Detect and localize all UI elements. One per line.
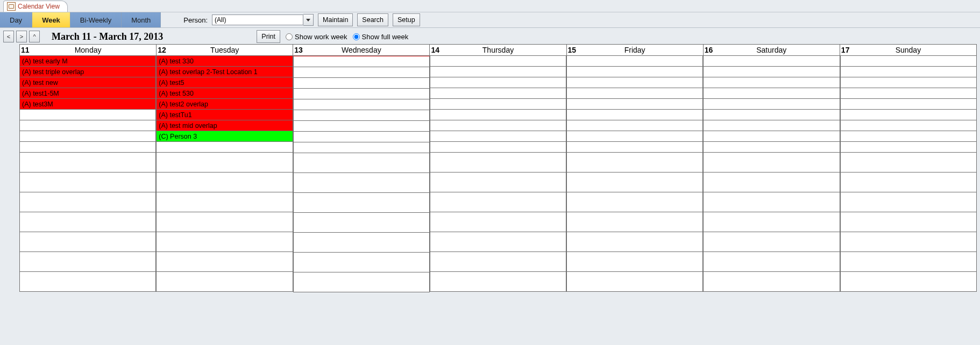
view-biweekly-button[interactable]: Bi-Weekly: [70, 12, 122, 27]
calendar-cell[interactable]: [840, 272, 977, 292]
calendar-cell[interactable]: [430, 77, 566, 88]
calendar-cell[interactable]: [156, 272, 293, 292]
calendar-cell[interactable]: [430, 120, 566, 131]
calendar-cell[interactable]: [566, 120, 703, 131]
event-item[interactable]: (A) test 330: [156, 56, 293, 67]
radio-full-week[interactable]: Show full week: [353, 33, 409, 41]
calendar-cell[interactable]: [430, 99, 566, 110]
calendar-cell[interactable]: [840, 232, 977, 252]
calendar-cell[interactable]: [566, 142, 703, 153]
calendar-cell[interactable]: [430, 142, 566, 153]
event-item[interactable]: (A) test 530: [156, 88, 293, 99]
calendar-cell[interactable]: [156, 172, 293, 192]
calendar-cell[interactable]: [566, 110, 703, 120]
calendar-cell[interactable]: [293, 89, 430, 99]
calendar-cell[interactable]: [566, 252, 703, 272]
day-header-thursday[interactable]: 14Thursday: [430, 45, 566, 55]
calendar-cell[interactable]: [566, 153, 703, 172]
calendar-cell[interactable]: [840, 67, 977, 77]
event-item[interactable]: (A) test mid overlap: [156, 120, 293, 131]
calendar-cell[interactable]: [840, 120, 977, 131]
calendar-cell[interactable]: [840, 88, 977, 99]
calendar-cell[interactable]: [19, 212, 156, 232]
event-item[interactable]: (A) test5: [156, 77, 293, 88]
calendar-cell[interactable]: [566, 232, 703, 252]
radio-work-week[interactable]: Show work week: [286, 33, 347, 41]
calendar-cell[interactable]: [703, 153, 840, 172]
radio-work-week-input[interactable]: [286, 33, 293, 40]
calendar-cell[interactable]: [703, 120, 840, 131]
event-item[interactable]: (A) test early M: [19, 56, 156, 67]
calendar-cell[interactable]: [703, 192, 840, 212]
person-select-dropdown-button[interactable]: [303, 14, 314, 26]
calendar-cell[interactable]: [156, 212, 293, 232]
up-button[interactable]: ^: [29, 31, 40, 42]
calendar-cell[interactable]: [293, 67, 430, 78]
calendar-cell[interactable]: [840, 153, 977, 172]
calendar-cell[interactable]: [703, 88, 840, 99]
calendar-cell[interactable]: [840, 56, 977, 67]
calendar-cell[interactable]: [840, 110, 977, 120]
calendar-cell[interactable]: [430, 56, 566, 67]
calendar-cell[interactable]: [840, 142, 977, 153]
calendar-cell[interactable]: [566, 272, 703, 292]
calendar-cell[interactable]: [293, 78, 430, 89]
prev-button[interactable]: <: [3, 31, 14, 42]
calendar-cell[interactable]: [566, 131, 703, 142]
calendar-cell[interactable]: [703, 99, 840, 110]
calendar-cell[interactable]: [19, 153, 156, 172]
event-item[interactable]: (A) test3M: [19, 99, 156, 110]
calendar-cell[interactable]: [293, 272, 430, 292]
event-item[interactable]: (A) testTu1: [156, 110, 293, 120]
calendar-cell[interactable]: [840, 192, 977, 212]
calendar-cell[interactable]: [703, 110, 840, 120]
calendar-cell[interactable]: [703, 272, 840, 292]
calendar-cell[interactable]: [840, 99, 977, 110]
maintain-button[interactable]: Maintain: [318, 13, 353, 26]
calendar-cell[interactable]: [566, 67, 703, 77]
day-header-saturday[interactable]: 16Saturday: [704, 45, 840, 55]
calendar-cell[interactable]: [293, 213, 430, 233]
calendar-cell[interactable]: [430, 272, 566, 292]
calendar-cell[interactable]: [293, 99, 430, 110]
event-item[interactable]: (A) test triple overlap: [19, 67, 156, 77]
next-button[interactable]: >: [16, 31, 27, 42]
calendar-cell[interactable]: [293, 233, 430, 253]
search-button[interactable]: Search: [357, 13, 388, 26]
calendar-cell[interactable]: [840, 172, 977, 192]
calendar-cell[interactable]: [430, 172, 566, 192]
calendar-cell[interactable]: [703, 131, 840, 142]
calendar-cell[interactable]: [156, 153, 293, 172]
calendar-cell[interactable]: [430, 110, 566, 120]
day-header-tuesday[interactable]: 12Tuesday: [157, 45, 293, 55]
calendar-cell[interactable]: [19, 110, 156, 120]
calendar-cell[interactable]: [293, 132, 430, 142]
calendar-cell[interactable]: [430, 131, 566, 142]
calendar-cell[interactable]: [430, 232, 566, 252]
person-select[interactable]: (All): [212, 15, 314, 25]
view-week-button[interactable]: Week: [32, 12, 70, 27]
calendar-cell[interactable]: [703, 212, 840, 232]
event-item[interactable]: (A) test new: [19, 77, 156, 88]
calendar-cell[interactable]: [19, 131, 156, 142]
calendar-cell[interactable]: [566, 77, 703, 88]
calendar-cell[interactable]: [430, 67, 566, 77]
radio-full-week-input[interactable]: [353, 33, 360, 40]
day-header-monday[interactable]: 11Monday: [20, 45, 157, 55]
calendar-cell[interactable]: [19, 120, 156, 131]
event-item[interactable]: (A) test2 overlap: [156, 99, 293, 110]
calendar-cell[interactable]: [19, 192, 156, 212]
calendar-cell[interactable]: [293, 173, 430, 193]
calendar-cell[interactable]: [566, 172, 703, 192]
setup-button[interactable]: Setup: [393, 13, 420, 26]
calendar-cell[interactable]: [566, 192, 703, 212]
calendar-cell[interactable]: [703, 232, 840, 252]
calendar-cell[interactable]: [703, 67, 840, 77]
person-select-value[interactable]: (All): [212, 15, 303, 25]
calendar-cell[interactable]: [156, 252, 293, 272]
event-item[interactable]: (C) Person 3: [156, 131, 293, 142]
calendar-cell[interactable]: [293, 253, 430, 272]
calendar-cell[interactable]: [840, 212, 977, 232]
calendar-cell[interactable]: [566, 212, 703, 232]
calendar-cell[interactable]: [840, 77, 977, 88]
